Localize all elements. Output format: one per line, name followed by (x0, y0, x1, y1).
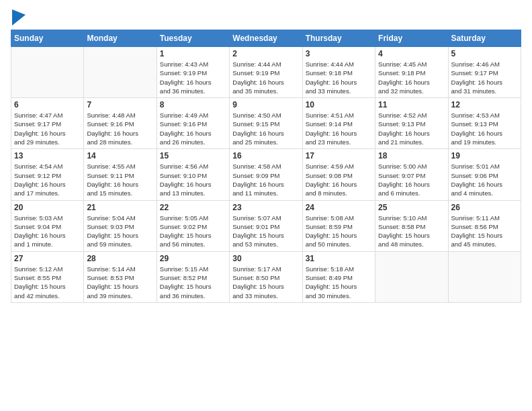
weekday-header: Sunday (11, 30, 84, 47)
svg-marker-0 (12, 9, 26, 26)
calendar-cell: 16Sunrise: 4:58 AM Sunset: 9:09 PM Dayli… (230, 149, 302, 200)
day-number: 5 (451, 49, 518, 58)
calendar-cell: 28Sunrise: 5:14 AM Sunset: 8:53 PM Dayli… (84, 251, 157, 302)
day-details: Sunrise: 5:15 AM Sunset: 8:52 PM Dayligh… (160, 265, 226, 300)
calendar-cell: 2Sunrise: 4:44 AM Sunset: 9:19 PM Daylig… (230, 47, 302, 98)
day-number: 13 (14, 151, 81, 161)
calendar-week-row: 13Sunrise: 4:54 AM Sunset: 9:12 PM Dayli… (11, 149, 521, 200)
day-number: 25 (378, 203, 445, 212)
day-details: Sunrise: 5:18 AM Sunset: 8:49 PM Dayligh… (306, 265, 372, 300)
day-number: 15 (160, 151, 226, 161)
day-details: Sunrise: 4:51 AM Sunset: 9:14 PM Dayligh… (306, 111, 372, 146)
day-number: 3 (306, 49, 372, 58)
day-details: Sunrise: 4:45 AM Sunset: 9:18 PM Dayligh… (378, 60, 445, 95)
day-details: Sunrise: 5:05 AM Sunset: 9:02 PM Dayligh… (160, 214, 226, 249)
calendar-cell: 13Sunrise: 4:54 AM Sunset: 9:12 PM Dayli… (11, 149, 84, 200)
calendar-cell: 12Sunrise: 4:53 AM Sunset: 9:13 PM Dayli… (448, 98, 521, 149)
calendar-week-row: 27Sunrise: 5:12 AM Sunset: 8:55 PM Dayli… (11, 251, 521, 302)
calendar-cell (375, 251, 448, 302)
day-details: Sunrise: 5:17 AM Sunset: 8:50 PM Dayligh… (232, 265, 299, 300)
day-details: Sunrise: 4:44 AM Sunset: 9:18 PM Dayligh… (306, 60, 372, 95)
day-number: 19 (451, 151, 518, 161)
calendar-cell: 24Sunrise: 5:08 AM Sunset: 8:59 PM Dayli… (302, 200, 375, 251)
day-number: 2 (232, 49, 299, 58)
day-details: Sunrise: 4:59 AM Sunset: 9:08 PM Dayligh… (306, 162, 372, 197)
day-details: Sunrise: 4:50 AM Sunset: 9:15 PM Dayligh… (232, 111, 299, 146)
day-details: Sunrise: 4:58 AM Sunset: 9:09 PM Dayligh… (232, 162, 299, 197)
calendar-cell: 4Sunrise: 4:45 AM Sunset: 9:18 PM Daylig… (375, 47, 448, 98)
weekday-header: Thursday (302, 30, 375, 47)
calendar-cell: 8Sunrise: 4:49 AM Sunset: 9:16 PM Daylig… (157, 98, 229, 149)
day-details: Sunrise: 4:48 AM Sunset: 9:16 PM Dayligh… (87, 111, 153, 146)
calendar-cell: 3Sunrise: 4:44 AM Sunset: 9:18 PM Daylig… (302, 47, 375, 98)
weekday-header: Friday (375, 30, 448, 47)
day-number: 23 (232, 203, 299, 212)
day-details: Sunrise: 5:04 AM Sunset: 9:03 PM Dayligh… (87, 214, 153, 249)
calendar-cell: 9Sunrise: 4:50 AM Sunset: 9:15 PM Daylig… (230, 98, 302, 149)
weekday-header-row: SundayMondayTuesdayWednesdayThursdayFrid… (11, 30, 521, 47)
day-details: Sunrise: 4:44 AM Sunset: 9:19 PM Dayligh… (232, 60, 299, 95)
calendar-cell: 6Sunrise: 4:47 AM Sunset: 9:17 PM Daylig… (11, 98, 84, 149)
day-details: Sunrise: 5:14 AM Sunset: 8:53 PM Dayligh… (87, 265, 153, 300)
calendar-week-row: 6Sunrise: 4:47 AM Sunset: 9:17 PM Daylig… (11, 98, 521, 149)
day-number: 12 (451, 100, 518, 109)
day-number: 7 (87, 100, 153, 109)
day-number: 20 (14, 203, 81, 212)
day-number: 11 (378, 100, 445, 109)
day-details: Sunrise: 5:07 AM Sunset: 9:01 PM Dayligh… (232, 214, 299, 249)
calendar-cell: 31Sunrise: 5:18 AM Sunset: 8:49 PM Dayli… (302, 251, 375, 302)
calendar-table: SundayMondayTuesdayWednesdayThursdayFrid… (11, 30, 521, 303)
day-details: Sunrise: 5:08 AM Sunset: 8:59 PM Dayligh… (306, 214, 372, 249)
day-details: Sunrise: 5:12 AM Sunset: 8:55 PM Dayligh… (14, 265, 81, 300)
calendar-cell (84, 47, 157, 98)
logo (11, 11, 26, 23)
calendar-cell: 7Sunrise: 4:48 AM Sunset: 9:16 PM Daylig… (84, 98, 157, 149)
calendar-cell: 26Sunrise: 5:11 AM Sunset: 8:56 PM Dayli… (448, 200, 521, 251)
calendar-cell: 25Sunrise: 5:10 AM Sunset: 8:58 PM Dayli… (375, 200, 448, 251)
calendar-cell (11, 47, 84, 98)
day-number: 16 (232, 151, 299, 161)
calendar-cell: 18Sunrise: 5:00 AM Sunset: 9:07 PM Dayli… (375, 149, 448, 200)
day-number: 10 (306, 100, 372, 109)
day-details: Sunrise: 4:52 AM Sunset: 9:13 PM Dayligh… (378, 111, 445, 146)
day-number: 1 (160, 49, 226, 58)
logo-icon (12, 9, 26, 26)
calendar-cell: 10Sunrise: 4:51 AM Sunset: 9:14 PM Dayli… (302, 98, 375, 149)
day-details: Sunrise: 4:56 AM Sunset: 9:10 PM Dayligh… (160, 162, 226, 197)
day-details: Sunrise: 4:43 AM Sunset: 9:19 PM Dayligh… (160, 60, 226, 95)
day-details: Sunrise: 5:11 AM Sunset: 8:56 PM Dayligh… (451, 214, 518, 249)
day-details: Sunrise: 4:47 AM Sunset: 9:17 PM Dayligh… (14, 111, 81, 146)
weekday-header: Monday (84, 30, 157, 47)
day-number: 21 (87, 203, 153, 212)
calendar-week-row: 20Sunrise: 5:03 AM Sunset: 9:04 PM Dayli… (11, 200, 521, 251)
calendar-cell: 30Sunrise: 5:17 AM Sunset: 8:50 PM Dayli… (230, 251, 302, 302)
day-number: 30 (232, 254, 299, 263)
day-details: Sunrise: 5:01 AM Sunset: 9:06 PM Dayligh… (451, 162, 518, 197)
calendar-cell: 29Sunrise: 5:15 AM Sunset: 8:52 PM Dayli… (157, 251, 229, 302)
day-number: 31 (306, 254, 372, 263)
header (11, 11, 521, 23)
day-details: Sunrise: 5:10 AM Sunset: 8:58 PM Dayligh… (378, 214, 445, 249)
calendar-cell: 23Sunrise: 5:07 AM Sunset: 9:01 PM Dayli… (230, 200, 302, 251)
calendar-cell (448, 251, 521, 302)
calendar-cell: 20Sunrise: 5:03 AM Sunset: 9:04 PM Dayli… (11, 200, 84, 251)
day-number: 29 (160, 254, 226, 263)
day-number: 28 (87, 254, 153, 263)
calendar-cell: 15Sunrise: 4:56 AM Sunset: 9:10 PM Dayli… (157, 149, 229, 200)
calendar-cell: 17Sunrise: 4:59 AM Sunset: 9:08 PM Dayli… (302, 149, 375, 200)
weekday-header: Saturday (448, 30, 521, 47)
day-details: Sunrise: 4:54 AM Sunset: 9:12 PM Dayligh… (14, 162, 81, 197)
day-details: Sunrise: 5:00 AM Sunset: 9:07 PM Dayligh… (378, 162, 445, 197)
day-number: 9 (232, 100, 299, 109)
calendar-cell: 5Sunrise: 4:46 AM Sunset: 9:17 PM Daylig… (448, 47, 521, 98)
day-details: Sunrise: 4:46 AM Sunset: 9:17 PM Dayligh… (451, 60, 518, 95)
day-number: 26 (451, 203, 518, 212)
calendar-cell: 14Sunrise: 4:55 AM Sunset: 9:11 PM Dayli… (84, 149, 157, 200)
day-number: 27 (14, 254, 81, 263)
day-number: 17 (306, 151, 372, 161)
day-number: 24 (306, 203, 372, 212)
day-details: Sunrise: 4:49 AM Sunset: 9:16 PM Dayligh… (160, 111, 226, 146)
day-details: Sunrise: 4:55 AM Sunset: 9:11 PM Dayligh… (87, 162, 153, 197)
day-number: 14 (87, 151, 153, 161)
day-number: 18 (378, 151, 445, 161)
